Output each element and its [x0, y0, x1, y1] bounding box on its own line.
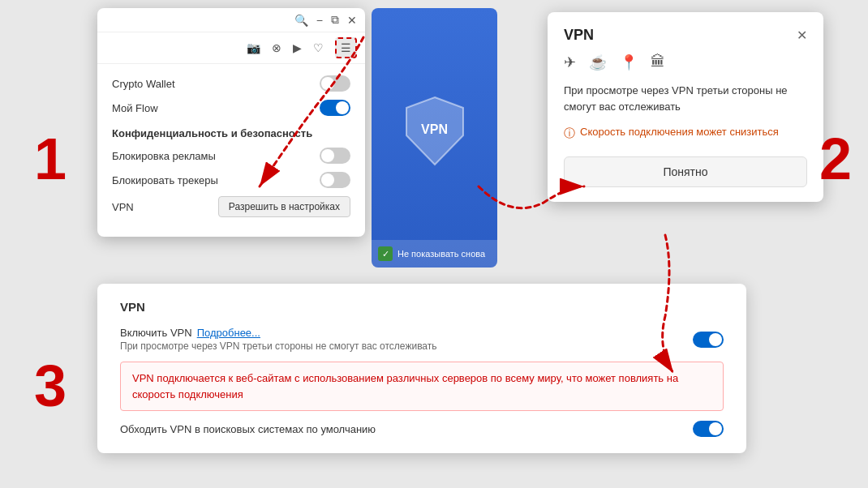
menu-icon[interactable]: ☰: [335, 37, 357, 58]
my-flow-label: Мой Flow: [112, 102, 158, 114]
step-1: 1: [34, 130, 67, 188]
location-icon: 📍: [620, 54, 638, 71]
vpn-warning-text: Скорость подключения может снизиться: [580, 124, 779, 140]
play-icon[interactable]: ▶: [293, 41, 302, 54]
vpn-info-dialog: VPN ✕ ✈ ☕ 📍 🏛 При просмотре через VPN тр…: [548, 12, 823, 202]
vpn-sub-description: При просмотре через VPN третьи стороны н…: [120, 340, 680, 352]
vpn-dialog-header: VPN ✕: [564, 27, 807, 44]
my-flow-row: Мой Flow: [112, 100, 350, 116]
tracker-blocking-toggle[interactable]: [320, 172, 350, 188]
close-icon[interactable]: ✕: [347, 14, 357, 27]
vpn-shield-container: VPN: [402, 93, 467, 166]
vpn-enable-toggle[interactable]: [693, 332, 724, 348]
vpn-enable-row: Включить VPN Подробнее... При просмотре …: [120, 327, 724, 352]
tracker-blocking-label: Блокировать трекеры: [112, 174, 218, 186]
browser-icons-row: 📷 ⊗ ▶ ♡ ☰: [97, 32, 365, 64]
vpn-dialog-title: VPN: [564, 27, 594, 44]
vpn-dialog-description: При просмотре через VPN третьи стороны н…: [564, 83, 807, 114]
vpn-row: VPN Разрешить в настройках: [112, 196, 350, 217]
vpn-no-show-label: Не показывать снова: [397, 249, 485, 259]
vpn-bypass-label: Обходить VPN в поисковых системах по умо…: [120, 423, 376, 435]
block-icon[interactable]: ⊗: [272, 41, 281, 54]
coffee-icon: ☕: [589, 54, 607, 71]
vpn-settings-title: VPN: [120, 300, 724, 314]
vpn-shield-text: VPN: [421, 122, 448, 137]
vpn-bypass-toggle[interactable]: [693, 421, 724, 437]
settings-popup: 🔍 − ⧉ ✕ 📷 ⊗ ▶ ♡ ☰ Crypto Wallet Мой Flow…: [97, 8, 365, 237]
vpn-details-link[interactable]: Подробнее...: [197, 327, 260, 339]
camera-icon[interactable]: 📷: [247, 41, 260, 54]
vpn-banner-footer: ✓ Не показывать снова: [372, 240, 497, 268]
restore-icon[interactable]: ⧉: [331, 13, 339, 27]
vpn-enable-left: Включить VPN Подробнее... При просмотре …: [120, 327, 680, 352]
vpn-enable-label: Включить VPN: [120, 327, 192, 339]
step-3: 3: [34, 357, 67, 415]
vpn-allow-button[interactable]: Разрешить в настройках: [218, 196, 350, 217]
crypto-wallet-toggle[interactable]: [320, 75, 350, 92]
crypto-wallet-row: Crypto Wallet: [112, 75, 350, 92]
my-flow-toggle[interactable]: [320, 100, 350, 116]
vpn-ok-button[interactable]: Понятно: [564, 156, 807, 187]
tracker-blocking-row: Блокировать трекеры: [112, 172, 350, 188]
heart-icon[interactable]: ♡: [313, 41, 324, 54]
vpn-dialog-close[interactable]: ✕: [797, 28, 807, 43]
settings-content: Crypto Wallet Мой Flow Конфиденциальност…: [97, 64, 365, 237]
ad-blocking-toggle[interactable]: [320, 148, 350, 164]
ad-blocking-row: Блокировка рекламы: [112, 148, 350, 164]
minimize-icon[interactable]: −: [316, 14, 323, 27]
bank-icon: 🏛: [651, 54, 665, 71]
step-2: 2: [819, 130, 852, 188]
vpn-banner: VPN ✓ Не показывать снова: [372, 8, 497, 268]
toolbar: 🔍 − ⧉ ✕: [97, 8, 365, 32]
search-icon[interactable]: 🔍: [294, 14, 308, 27]
airplane-icon: ✈: [564, 54, 576, 71]
vpn-dialog-icons: ✈ ☕ 📍 🏛: [564, 54, 807, 71]
privacy-section-title: Конфиденциальность и безопасность: [112, 127, 350, 139]
vpn-enable-header: Включить VPN Подробнее...: [120, 327, 680, 339]
vpn-dialog-warning: ⓘ Скорость подключения может снизиться: [564, 124, 807, 142]
vpn-settings-section: VPN Включить VPN Подробнее... При просмо…: [97, 284, 746, 453]
ad-blocking-label: Блокировка рекламы: [112, 150, 216, 162]
vpn-check-icon[interactable]: ✓: [378, 246, 393, 261]
warning-icon: ⓘ: [564, 125, 575, 142]
crypto-wallet-label: Crypto Wallet: [112, 78, 175, 90]
vpn-settings-warning: VPN подключается к веб-сайтам с использо…: [120, 362, 724, 411]
vpn-bypass-row: Обходить VPN в поисковых системах по умо…: [120, 421, 724, 437]
vpn-label: VPN: [112, 201, 134, 213]
